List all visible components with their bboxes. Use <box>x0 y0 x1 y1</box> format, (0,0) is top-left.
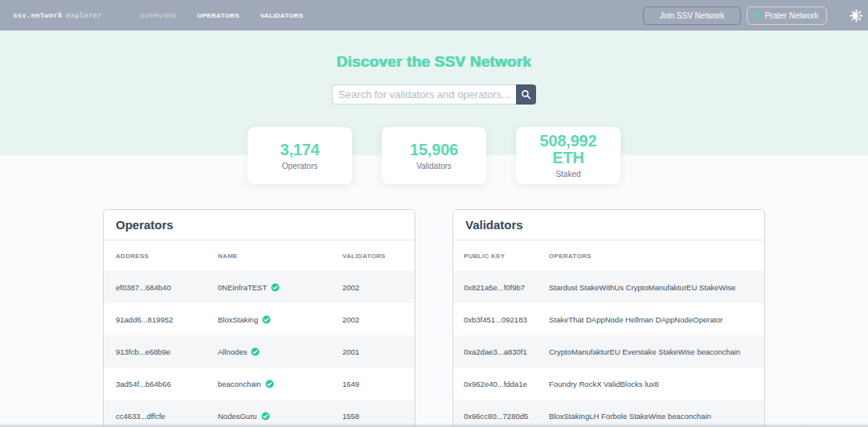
network-selector-button[interactable]: Prater Network <box>747 6 827 25</box>
validator-row[interactable]: 0xa2dae3...a830f1 CryptoManufakturEU Eve… <box>453 335 764 367</box>
validators-table-header: PUBLIC KEY OPERATORS <box>453 240 764 271</box>
stat-card: 3,174 Operators <box>248 127 352 184</box>
logo-suffix: explorer <box>66 11 102 19</box>
operator-row[interactable]: 3ad54f...b64b66 beaconchain 1649 <box>104 367 415 400</box>
verified-check-icon <box>265 380 274 388</box>
operator-validators-count: 1649 <box>342 380 415 388</box>
app-logo[interactable]: ssv.networkexplorer <box>13 11 102 19</box>
operator-name-cell: beaconchain <box>218 380 342 388</box>
validator-operators: BloxStakingLH Forbole StakeWise beaconch… <box>549 412 764 421</box>
page-title: Discover the SSV Network <box>0 31 868 71</box>
operator-address: 91add6...819952 <box>104 315 218 324</box>
operator-name-cell: BloxStaking <box>218 315 342 324</box>
operator-row[interactable]: 91add6...819952 BloxStaking 2002 <box>104 303 415 335</box>
stat-label: Validators <box>416 162 452 170</box>
operator-validators-count: 2002 <box>342 283 415 292</box>
operator-name: beaconchain <box>218 380 261 388</box>
validator-public-key: 0xb3f451...092183 <box>453 315 549 324</box>
tables-section: Operators ADDRESS NAME VALIDATORS ef0387… <box>0 209 868 427</box>
logo-brand: ssv.network <box>13 11 63 19</box>
validator-operators: Foundry RockX ValidBlocks lux8 <box>549 380 764 388</box>
operator-address: ef0387...684b40 <box>104 283 218 292</box>
nav-item-overview[interactable]: OVERVIEW <box>140 12 176 19</box>
validator-row[interactable]: 0xb3f451...092183 StakeThat DAppNode Hel… <box>453 303 764 335</box>
column-header-public-key: PUBLIC KEY <box>453 253 549 260</box>
operators-table-body: ef0387...684b40 0NEinfraTEST 2002 91add6… <box>104 271 415 427</box>
validators-table: Validators PUBLIC KEY OPERATORS 0x821a5e… <box>452 209 765 427</box>
operator-address: 3ad54f...b64b66 <box>104 380 218 388</box>
operator-name: 0NEinfraTEST <box>218 283 267 292</box>
operator-validators-count: 2002 <box>342 315 415 324</box>
search-button[interactable] <box>516 84 536 105</box>
stats-cards: 3,174 Operators 15,906 Validators 508,99… <box>0 127 868 184</box>
operator-name: BloxStaking <box>218 315 258 324</box>
operator-name-cell: NodesGuru <box>218 412 342 421</box>
validator-operators: CryptoManufakturEU Everstake StakeWise b… <box>549 347 764 356</box>
sun-moon-icon <box>850 9 863 23</box>
main-nav: OVERVIEWOPERATORSVALIDATORS <box>140 12 304 19</box>
stat-card: 508,992ETH Staked <box>516 127 620 184</box>
operator-row[interactable]: ef0387...684b40 0NEinfraTEST 2002 <box>104 271 415 303</box>
operators-table-header: ADDRESS NAME VALIDATORS <box>104 240 415 271</box>
operators-table: Operators ADDRESS NAME VALIDATORS ef0387… <box>103 209 416 427</box>
validator-row[interactable]: 0x962e40...fdda1e Foundry RockX ValidBlo… <box>453 367 764 400</box>
operator-name-cell: 0NEinfraTEST <box>218 283 342 292</box>
bottom-edge-strip <box>0 423 868 427</box>
validators-table-title: Validators <box>453 210 764 240</box>
validator-row[interactable]: 0x821a5e...f0f9b7 Stardust StakeWithUs C… <box>453 271 764 303</box>
stat-label: Staked <box>555 170 580 179</box>
stat-value: 508,992ETH <box>540 133 597 166</box>
operator-address: 913fcb...e68b9e <box>104 347 218 356</box>
operator-validators-count: 1558 <box>342 412 415 421</box>
column-header-address: ADDRESS <box>104 253 218 260</box>
search-input[interactable] <box>332 84 516 105</box>
validator-public-key: 0x96cc80...7280d5 <box>453 412 549 421</box>
network-status-dot-icon <box>755 13 760 18</box>
operator-validators-count: 2001 <box>342 347 415 356</box>
operator-name: Allnodes <box>218 347 247 356</box>
validators-table-body: 0x821a5e...f0f9b7 Stardust StakeWithUs C… <box>453 271 764 427</box>
validator-operators: Stardust StakeWithUs CryptoManufakturEU … <box>549 283 764 292</box>
stat-value: 3,174 <box>280 142 319 158</box>
search-bar <box>332 84 536 105</box>
column-header-name: NAME <box>218 253 342 260</box>
verified-check-icon <box>271 283 280 292</box>
network-button-label: Prater Network <box>765 11 819 20</box>
column-header-validators: VALIDATORS <box>342 253 415 260</box>
operator-name: NodesGuru <box>218 412 257 421</box>
nav-item-operators[interactable]: OPERATORS <box>197 12 240 19</box>
dark-mode-toggle[interactable] <box>849 8 863 23</box>
nav-item-validators[interactable]: VALIDATORS <box>260 12 304 19</box>
search-icon <box>521 89 531 100</box>
join-ssv-network-button[interactable]: Join SSV Network <box>643 6 741 25</box>
operator-name-cell: Allnodes <box>218 347 342 356</box>
validator-public-key: 0xa2dae3...a830f1 <box>453 347 549 356</box>
operators-table-title: Operators <box>104 210 415 240</box>
operator-address: cc4633...dffcfe <box>104 412 218 421</box>
operator-row[interactable]: 913fcb...e68b9e Allnodes 2001 <box>104 335 415 367</box>
verified-check-icon <box>251 347 260 356</box>
top-navigation-bar: ssv.networkexplorer OVERVIEWOPERATORSVAL… <box>0 0 868 31</box>
stat-card: 15,906 Validators <box>382 127 486 184</box>
stat-value: 15,906 <box>410 142 458 158</box>
validator-public-key: 0x962e40...fdda1e <box>453 380 549 388</box>
verified-check-icon <box>261 412 270 421</box>
validator-operators: StakeThat DAppNode Hellman DAppNodeOpera… <box>549 315 764 324</box>
topbar-right: Join SSV Network Prater Network <box>643 0 863 31</box>
validator-public-key: 0x821a5e...f0f9b7 <box>453 283 549 292</box>
stat-label: Operators <box>282 162 317 170</box>
verified-check-icon <box>262 315 271 324</box>
column-header-operators: OPERATORS <box>549 253 764 260</box>
